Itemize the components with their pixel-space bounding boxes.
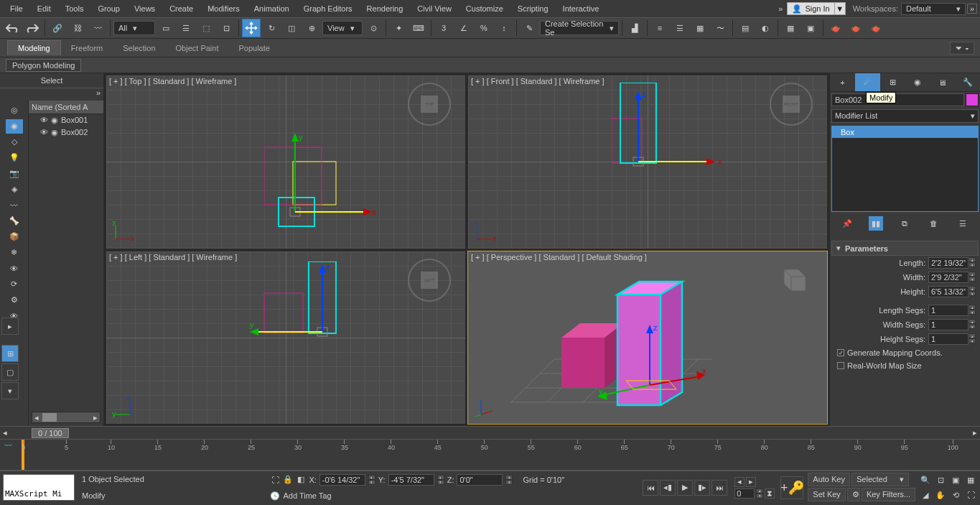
height-input[interactable] (928, 286, 969, 297)
select-by-name-button[interactable]: ☰ (177, 19, 195, 37)
object-color-swatch[interactable] (966, 93, 979, 106)
viewport-label-persp[interactable]: [ + ] [ Perspective ] [ Standard ] [ Def… (471, 253, 647, 261)
display-tab[interactable]: 🖥 (930, 73, 955, 91)
spin-up[interactable]: ▴ (756, 488, 763, 494)
se-sync-icon[interactable]: ⟳ (6, 277, 23, 292)
tab-freeform[interactable]: Freeform (61, 41, 113, 55)
render-activeshade-button[interactable]: 🫖 (867, 19, 885, 37)
goto-start-button[interactable]: ⏮ (643, 480, 658, 496)
real-world-checkbox[interactable] (837, 362, 844, 369)
modifier-stack[interactable]: Box (831, 126, 979, 212)
autokey-button[interactable]: Auto Key (808, 473, 850, 486)
setkey-button[interactable]: Set Key (808, 488, 846, 501)
move-button[interactable] (242, 19, 261, 37)
frame-indicator[interactable]: 0 / 100 (32, 428, 69, 438)
toggle-ribbon-button[interactable]: ▦ (691, 19, 709, 37)
viewcube-left[interactable]: LEFT (408, 259, 451, 302)
spin-down[interactable]: ▾ (969, 262, 976, 267)
redo-button[interactable] (23, 19, 42, 37)
spin-down[interactable]: ▾ (505, 480, 513, 485)
se-display-cameras-icon[interactable]: 📷 (6, 167, 23, 181)
menu-interactive[interactable]: Interactive (556, 2, 607, 15)
menu-scripting[interactable]: Scripting (510, 2, 556, 15)
ref-coord-system[interactable]: View▾ (322, 21, 363, 35)
se-display-all-icon[interactable]: ◎ (6, 103, 23, 118)
spin-down[interactable]: ▾ (969, 324, 976, 329)
spin-down[interactable]: ▾ (437, 480, 444, 485)
zoom-all-button[interactable]: ⊡ (933, 473, 948, 487)
make-unique-button[interactable]: ⧉ (897, 216, 912, 231)
viewcube-front[interactable]: FRONT (770, 83, 813, 126)
se-display-shapes-icon[interactable]: ◇ (6, 135, 23, 149)
se-settings-icon[interactable]: ⚙ (6, 293, 23, 307)
viewport-perspective[interactable]: [ + ] [ Perspective ] [ Standard ] [ Def… (467, 251, 828, 425)
spin-up[interactable]: ▴ (969, 257, 976, 262)
se-display-containers-icon[interactable]: 📦 (6, 230, 23, 244)
schematic-view-button[interactable]: ▤ (736, 19, 755, 37)
hierarchy-tab[interactable]: ⊞ (880, 73, 905, 91)
length-input[interactable] (928, 257, 969, 269)
hsegs-input[interactable] (928, 333, 969, 345)
tab-populate[interactable]: Populate (228, 41, 279, 55)
viewport-label-top[interactable]: [ + ] [ Top ] [ Standard ] [ Wireframe ] (109, 77, 236, 85)
menu-tools[interactable]: Tools (58, 2, 91, 15)
spin-down[interactable]: ▾ (969, 291, 976, 296)
select-object-button[interactable]: ▭ (157, 19, 175, 37)
spin-up[interactable]: ▴ (969, 333, 976, 338)
render-prod-button[interactable]: 🫖 (826, 19, 845, 37)
tab-object-paint[interactable]: Object Paint (166, 41, 229, 55)
link-button[interactable]: 🔗 (48, 19, 67, 37)
keyboard-shortcut-button[interactable]: ⌨ (409, 19, 428, 37)
modifier-list-dropdown[interactable]: Modifier List▾ (831, 109, 979, 123)
utilities-tab[interactable]: 🔧 (955, 73, 980, 91)
create-layout[interactable]: ▾ (1, 382, 19, 399)
sign-in-dropdown[interactable]: ▼ (834, 2, 846, 15)
create-tab[interactable]: + (830, 73, 855, 91)
key-settings-button[interactable]: ⚙ (847, 488, 860, 501)
remove-modifier-button[interactable]: 🗑 (927, 216, 941, 231)
spin-up[interactable]: ▴ (368, 475, 375, 480)
ribbon-collapse[interactable]: ⏷ ▾ (950, 42, 974, 55)
zoom-extents-button[interactable]: ▣ (948, 473, 963, 487)
edit-selection-set-button[interactable]: ✎ (520, 19, 538, 37)
menu-edit[interactable]: Edit (30, 2, 58, 15)
mirror-button[interactable]: ▟ (625, 19, 644, 37)
set-key-big-button[interactable]: +🔑 (780, 476, 803, 499)
selection-filter[interactable]: All▾ (113, 21, 155, 35)
overflow-icon[interactable]: » (778, 4, 783, 13)
layout-4view[interactable]: ⊞ (1, 345, 19, 362)
next-frame-button[interactable]: ▮▸ (694, 480, 710, 496)
viewcube-persp[interactable] (770, 259, 813, 302)
viewport-left[interactable]: [ + ] [ Left ] [ Standard ] [ Wireframe … (106, 251, 466, 425)
workspace-select[interactable]: Default▾ (901, 3, 966, 15)
scale-button[interactable]: ◫ (282, 19, 301, 37)
prev-frame-button[interactable]: ◂▮ (660, 480, 676, 496)
menu-customize[interactable]: Customize (459, 2, 510, 15)
viewport-top[interactable]: [ + ] [ Top ] [ Standard ] [ Wireframe ]… (106, 75, 466, 249)
undo-button[interactable] (3, 19, 22, 37)
spin-down[interactable]: ▾ (969, 310, 976, 315)
viewport-label-left[interactable]: [ + ] [ Left ] [ Standard ] [ Wireframe … (109, 253, 237, 261)
menu-create[interactable]: Create (162, 2, 200, 15)
spin-up[interactable]: ▴ (969, 319, 976, 324)
menu-animation[interactable]: Animation (247, 2, 297, 15)
prev-key-button[interactable]: ◂ (734, 477, 745, 487)
menu-civil-view[interactable]: Civil View (410, 2, 458, 15)
unlink-button[interactable]: ⛓ (68, 19, 87, 37)
horizontal-scrollbar[interactable]: ◂ ▸ (32, 412, 101, 423)
pan-button[interactable]: ✋ (933, 488, 948, 502)
menu-modifiers[interactable]: Modifiers (200, 2, 247, 15)
spin-down[interactable]: ▾ (756, 494, 763, 499)
angle-snap-button[interactable]: ∠ (454, 19, 473, 37)
motion-tab[interactable]: ◉ (905, 73, 930, 91)
menu-views[interactable]: Views (127, 2, 162, 15)
se-display-frozen-icon[interactable]: ❄ (6, 246, 23, 260)
pivot-center-button[interactable]: ⊙ (364, 19, 383, 37)
spin-up[interactable]: ▴ (969, 272, 976, 277)
layout-single[interactable]: ▢ (1, 363, 19, 381)
z-coord-input[interactable] (457, 474, 503, 486)
list-item[interactable]: 👁◉Box001 (29, 114, 103, 126)
width-input[interactable] (928, 272, 969, 283)
se-display-spacewarps-icon[interactable]: 〰 (6, 198, 23, 213)
placement-button[interactable]: ⊕ (302, 19, 321, 37)
